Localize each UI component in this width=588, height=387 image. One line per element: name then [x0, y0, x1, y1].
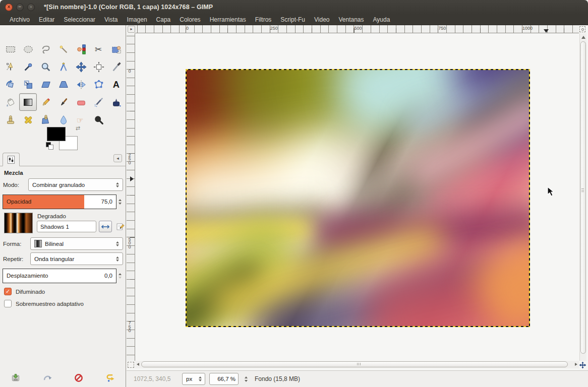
close-button[interactable]: × — [5, 4, 13, 11]
repeat-select[interactable]: Onda triangular — [30, 252, 123, 265]
bucket-fill-tool[interactable] — [2, 93, 19, 111]
perspective-tool[interactable] — [54, 76, 72, 93]
measure-tool[interactable] — [54, 58, 72, 76]
ruler-origin-button[interactable]: ▸ — [128, 26, 135, 33]
menu-filtros[interactable]: Filtros — [251, 15, 276, 25]
menu-imagen[interactable]: Imagen — [123, 15, 152, 25]
quick-mask-toggle[interactable] — [128, 362, 134, 368]
select-by-color-tool[interactable] — [72, 40, 90, 58]
perspective-clone-tool[interactable] — [37, 111, 54, 128]
eraser-tool[interactable] — [72, 93, 90, 111]
menu-scriptfu[interactable]: Script-Fu — [276, 15, 310, 25]
minimize-button[interactable]: − — [16, 4, 24, 11]
vertical-scrollbar-thumb[interactable] — [580, 41, 586, 354]
ruler-position-marker — [130, 176, 134, 181]
navigation-button[interactable] — [579, 361, 586, 369]
vertical-scrollbar[interactable] — [579, 33, 586, 361]
foreground-color-swatch[interactable] — [47, 127, 66, 141]
horizontal-scrollbar-thumb[interactable] — [141, 361, 568, 367]
flip-icon — [76, 79, 87, 90]
maximize-button[interactable]: ▫ — [27, 4, 35, 11]
vertical-ruler[interactable]: 02 5 05 0 07 5 0 — [127, 33, 135, 361]
opacity-slider[interactable]: Opacidad 75,0 — [3, 195, 116, 209]
mode-select[interactable]: Combinar granulado — [28, 178, 123, 191]
zoom-tool[interactable] — [37, 58, 54, 76]
move-tool[interactable] — [72, 58, 90, 76]
dodge-burn-tool[interactable] — [90, 111, 107, 128]
clone-tool[interactable] — [2, 111, 19, 128]
delete-tool-options-button[interactable] — [72, 372, 85, 384]
offset-spinner[interactable] — [116, 269, 124, 283]
smudge-tool[interactable]: ☞ — [72, 111, 90, 128]
move-icon — [76, 61, 87, 73]
horizontal-scrollbar[interactable] — [135, 361, 579, 368]
menu-herramientas[interactable]: Herramientas — [205, 15, 251, 25]
layer-boundary — [529, 69, 530, 327]
menubar: ArchivoEditarSeleccionarVistaImagenCapaC… — [0, 14, 588, 25]
menu-seleccionar[interactable]: Seleccionar — [59, 15, 100, 25]
opacity-spinner[interactable] — [116, 195, 124, 209]
menu-vista[interactable]: Vista — [100, 15, 122, 25]
scale-tool[interactable] — [19, 76, 37, 93]
foreground-select-tool[interactable] — [107, 40, 125, 58]
menu-video[interactable]: Video — [310, 15, 334, 25]
swap-colors-icon[interactable]: ⇄ — [76, 125, 80, 132]
paintbrush-tool[interactable] — [54, 93, 72, 111]
color-swatches[interactable]: ⇄ — [47, 127, 79, 152]
zoom-follows-window-icon[interactable] — [579, 26, 585, 32]
ink-tool[interactable] — [107, 93, 125, 111]
airbrush-tool[interactable] — [90, 93, 107, 111]
blend-tool[interactable] — [19, 93, 37, 111]
free-select-tool[interactable] — [37, 40, 54, 58]
gradient-edit-button[interactable] — [114, 221, 126, 232]
pencil-tool[interactable] — [37, 93, 54, 111]
dithering-checkbox[interactable]: ✓ Difuminado — [4, 288, 126, 295]
scale-icon — [23, 79, 34, 90]
zoom-level-input[interactable]: 66,7 % — [209, 373, 239, 385]
reset-tool-options-button[interactable] — [104, 372, 117, 384]
restore-tool-options-button[interactable] — [41, 372, 54, 384]
heal-tool[interactable] — [19, 111, 37, 128]
fuzzy-select-tool[interactable] — [54, 40, 72, 58]
cage-transform-tool[interactable] — [90, 76, 107, 93]
zoom-spinner[interactable] — [243, 373, 250, 385]
align-tool[interactable] — [90, 58, 107, 76]
rectangle-select-tool[interactable] — [2, 40, 19, 58]
ellipse-select-tool[interactable] — [19, 40, 37, 58]
save-tool-options-button[interactable] — [9, 372, 22, 384]
tool-options-title: Mezcla — [4, 170, 126, 176]
menu-editar[interactable]: Editar — [34, 15, 59, 25]
paths-tool[interactable] — [2, 58, 19, 76]
offset-value: 0,0 — [104, 273, 112, 279]
menu-ventanas[interactable]: Ventanas — [334, 15, 369, 25]
mouse-cursor — [547, 186, 556, 197]
shape-select[interactable]: Bilineal — [30, 237, 123, 250]
menu-capa[interactable]: Capa — [152, 15, 175, 25]
blur-sharpen-tool[interactable] — [54, 111, 72, 128]
text-tool[interactable]: A — [107, 76, 125, 93]
gradient-preview[interactable] — [4, 213, 33, 233]
menu-colores[interactable]: Colores — [175, 15, 205, 25]
default-colors-icon[interactable] — [46, 142, 54, 150]
color-picker-tool[interactable] — [19, 58, 37, 76]
unit-select[interactable]: px — [182, 373, 205, 385]
dock-menu-button[interactable]: ◂ — [113, 154, 122, 162]
gradient-name-input[interactable]: Shadows 1 — [37, 221, 96, 232]
gradient-reverse-button[interactable] — [99, 221, 112, 232]
menu-ayuda[interactable]: Ayuda — [369, 15, 395, 25]
canvas-viewport[interactable] — [135, 33, 579, 361]
horizontal-ruler[interactable]: 02505007501000 — [135, 25, 579, 33]
flip-tool[interactable] — [72, 76, 90, 93]
offset-slider[interactable]: Desplazamiento 0,0 — [3, 269, 116, 283]
crop-tool[interactable] — [107, 58, 125, 76]
delete-icon — [74, 373, 84, 383]
cursor-position: 1072,5, 340,5 — [134, 375, 178, 382]
adaptive-supersampling-checkbox[interactable]: Sobremuestreo adaptativo — [4, 300, 126, 307]
tab-tool-options[interactable] — [3, 153, 20, 166]
scissors-select-tool[interactable]: ✂ — [90, 40, 107, 58]
shear-tool[interactable] — [37, 76, 54, 93]
menu-archivo[interactable]: Archivo — [5, 15, 34, 25]
canvas-image[interactable] — [186, 69, 530, 327]
rotate-tool[interactable] — [2, 76, 19, 93]
blend-icon — [24, 99, 32, 106]
